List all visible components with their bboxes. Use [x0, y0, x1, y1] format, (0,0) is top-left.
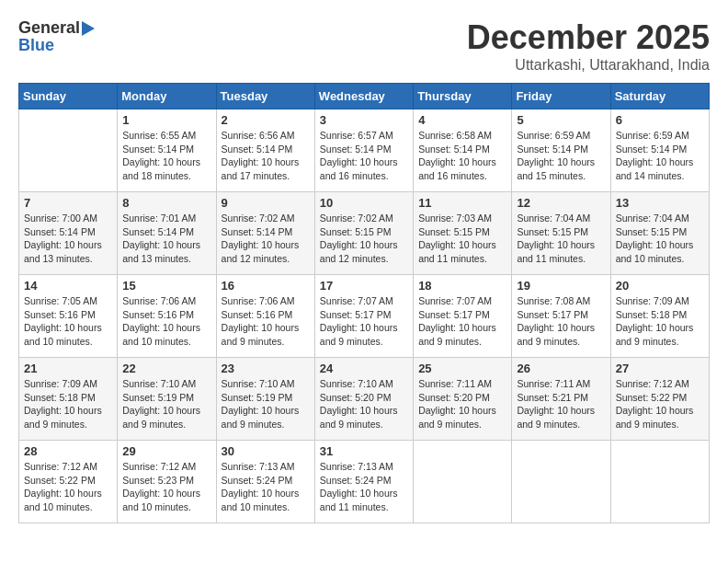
day-number: 10: [320, 196, 408, 210]
daylight-text: Daylight: 10 hoursand 9 minutes.: [24, 404, 112, 431]
day-number: 20: [616, 279, 704, 293]
day-number: 26: [517, 362, 605, 375]
month-title: December 2025: [467, 18, 710, 57]
day-info: Sunrise: 6:55 AMSunset: 5:14 PMDaylight:…: [122, 129, 210, 183]
calendar-day-cell: 28Sunrise: 7:12 AMSunset: 5:22 PMDayligh…: [19, 441, 118, 523]
daylight-text: Daylight: 10 hoursand 9 minutes.: [418, 321, 506, 348]
sunrise-text: Sunrise: 7:06 AM: [122, 294, 210, 308]
sunrise-text: Sunrise: 7:09 AM: [24, 377, 112, 391]
calendar-day-cell: 23Sunrise: 7:10 AMSunset: 5:19 PMDayligh…: [216, 358, 314, 441]
sunset-text: Sunset: 5:14 PM: [616, 143, 704, 156]
sunrise-text: Sunrise: 7:11 AM: [517, 377, 605, 391]
daylight-text: Daylight: 10 hoursand 11 minutes.: [320, 487, 408, 513]
day-info: Sunrise: 7:05 AMSunset: 5:16 PMDaylight:…: [24, 294, 112, 349]
daylight-text: Daylight: 10 hoursand 13 minutes.: [122, 238, 210, 265]
sunset-text: Sunset: 5:22 PM: [616, 391, 704, 405]
day-number: 31: [320, 444, 408, 458]
day-info: Sunrise: 7:04 AMSunset: 5:15 PMDaylight:…: [616, 212, 704, 266]
daylight-text: Daylight: 10 hoursand 15 minutes.: [517, 155, 605, 182]
daylight-text: Daylight: 10 hoursand 9 minutes.: [222, 321, 310, 348]
day-of-week-header: Thursday: [414, 84, 512, 109]
logo-blue-text: Blue: [18, 36, 54, 55]
sunrise-text: Sunrise: 7:12 AM: [122, 460, 210, 474]
daylight-text: Daylight: 10 hoursand 9 minutes.: [616, 404, 704, 431]
sunrise-text: Sunrise: 6:57 AM: [320, 129, 408, 143]
sunset-text: Sunset: 5:18 PM: [616, 308, 704, 322]
calendar-week-row: 28Sunrise: 7:12 AMSunset: 5:22 PMDayligh…: [19, 441, 710, 523]
daylight-text: Daylight: 10 hoursand 12 minutes.: [222, 238, 310, 265]
day-info: Sunrise: 7:12 AMSunset: 5:22 PMDaylight:…: [616, 377, 704, 431]
calendar-day-cell: [610, 441, 709, 523]
sunset-text: Sunset: 5:14 PM: [122, 225, 210, 239]
sunset-text: Sunset: 5:22 PM: [24, 474, 112, 488]
sunset-text: Sunset: 5:16 PM: [222, 308, 310, 322]
calendar-day-cell: 2Sunrise: 6:56 AMSunset: 5:14 PMDaylight…: [216, 109, 314, 192]
calendar-day-cell: 19Sunrise: 7:08 AMSunset: 5:17 PMDayligh…: [512, 275, 610, 358]
location-title: Uttarkashi, Uttarakhand, India: [467, 57, 710, 74]
day-number: 15: [122, 279, 210, 293]
calendar-day-cell: 25Sunrise: 7:11 AMSunset: 5:20 PMDayligh…: [414, 358, 512, 441]
calendar-week-row: 21Sunrise: 7:09 AMSunset: 5:18 PMDayligh…: [19, 358, 710, 441]
day-info: Sunrise: 7:10 AMSunset: 5:19 PMDaylight:…: [222, 377, 310, 431]
day-of-week-header: Tuesday: [216, 84, 314, 109]
daylight-text: Daylight: 10 hoursand 10 minutes.: [122, 487, 210, 513]
day-number: 19: [517, 279, 605, 293]
calendar-day-cell: 17Sunrise: 7:07 AMSunset: 5:17 PMDayligh…: [314, 275, 413, 358]
day-number: 2: [222, 113, 310, 127]
daylight-text: Daylight: 10 hoursand 9 minutes.: [418, 404, 506, 431]
day-info: Sunrise: 7:00 AMSunset: 5:14 PMDaylight:…: [24, 212, 112, 266]
day-of-week-header: Friday: [512, 84, 610, 109]
calendar-day-cell: 24Sunrise: 7:10 AMSunset: 5:20 PMDayligh…: [314, 358, 413, 441]
sunset-text: Sunset: 5:18 PM: [24, 391, 112, 405]
sunset-text: Sunset: 5:21 PM: [517, 391, 605, 405]
daylight-text: Daylight: 10 hoursand 9 minutes.: [517, 321, 605, 348]
sunset-text: Sunset: 5:14 PM: [24, 225, 112, 239]
day-number: 24: [320, 362, 408, 375]
title-area: December 2025 Uttarkashi, Uttarakhand, I…: [467, 18, 710, 74]
calendar-day-cell: 10Sunrise: 7:02 AMSunset: 5:15 PMDayligh…: [314, 192, 413, 275]
sunrise-text: Sunrise: 6:58 AM: [418, 129, 506, 143]
day-info: Sunrise: 6:58 AMSunset: 5:14 PMDaylight:…: [418, 129, 506, 183]
sunrise-text: Sunrise: 7:07 AM: [418, 294, 506, 308]
day-number: 4: [418, 113, 506, 127]
calendar-day-cell: 6Sunrise: 6:59 AMSunset: 5:14 PMDaylight…: [610, 109, 709, 192]
day-number: 28: [24, 444, 112, 458]
day-info: Sunrise: 7:06 AMSunset: 5:16 PMDaylight:…: [222, 294, 310, 349]
calendar-table: SundayMondayTuesdayWednesdayThursdayFrid…: [18, 83, 710, 523]
logo-arrow-icon: [82, 21, 95, 36]
day-number: 25: [418, 362, 506, 375]
sunrise-text: Sunrise: 6:55 AM: [122, 129, 210, 143]
sunset-text: Sunset: 5:14 PM: [222, 225, 310, 239]
sunrise-text: Sunrise: 7:04 AM: [517, 212, 605, 225]
day-number: 30: [222, 444, 310, 458]
sunset-text: Sunset: 5:15 PM: [616, 225, 704, 239]
sunrise-text: Sunrise: 7:04 AM: [616, 212, 704, 225]
sunset-text: Sunset: 5:15 PM: [418, 225, 506, 239]
sunset-text: Sunset: 5:20 PM: [418, 391, 506, 405]
sunrise-text: Sunrise: 6:59 AM: [616, 129, 704, 143]
daylight-text: Daylight: 10 hoursand 9 minutes.: [222, 404, 310, 431]
sunset-text: Sunset: 5:24 PM: [222, 474, 310, 488]
sunset-text: Sunset: 5:17 PM: [320, 308, 408, 322]
calendar-day-cell: 12Sunrise: 7:04 AMSunset: 5:15 PMDayligh…: [512, 192, 610, 275]
day-of-week-header: Sunday: [19, 84, 118, 109]
calendar-header-row: SundayMondayTuesdayWednesdayThursdayFrid…: [19, 84, 710, 109]
header: General Blue December 2025 Uttarkashi, U…: [18, 18, 710, 74]
sunrise-text: Sunrise: 7:01 AM: [122, 212, 210, 225]
day-info: Sunrise: 7:11 AMSunset: 5:20 PMDaylight:…: [418, 377, 506, 431]
day-number: 12: [517, 196, 605, 210]
logo-general-text: General: [18, 18, 80, 38]
calendar-day-cell: 7Sunrise: 7:00 AMSunset: 5:14 PMDaylight…: [19, 192, 118, 275]
daylight-text: Daylight: 10 hoursand 9 minutes.: [320, 321, 408, 348]
day-number: 16: [222, 279, 310, 293]
sunrise-text: Sunrise: 7:02 AM: [222, 212, 310, 225]
sunrise-text: Sunrise: 7:07 AM: [320, 294, 408, 308]
daylight-text: Daylight: 10 hoursand 9 minutes.: [122, 404, 210, 431]
logo: General Blue: [18, 18, 95, 55]
sunset-text: Sunset: 5:16 PM: [122, 308, 210, 322]
day-info: Sunrise: 7:02 AMSunset: 5:15 PMDaylight:…: [320, 212, 408, 266]
sunrise-text: Sunrise: 7:08 AM: [517, 294, 605, 308]
calendar-day-cell: 14Sunrise: 7:05 AMSunset: 5:16 PMDayligh…: [19, 275, 118, 358]
calendar-day-cell: 26Sunrise: 7:11 AMSunset: 5:21 PMDayligh…: [512, 358, 610, 441]
calendar-day-cell: 16Sunrise: 7:06 AMSunset: 5:16 PMDayligh…: [216, 275, 314, 358]
